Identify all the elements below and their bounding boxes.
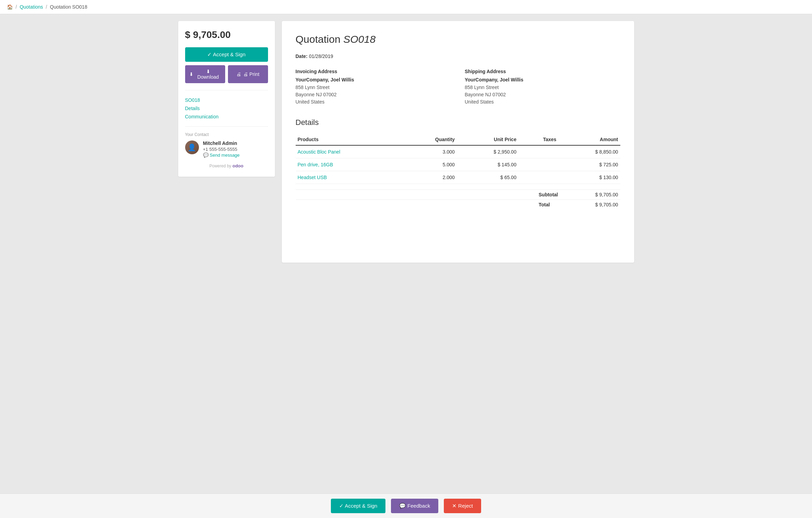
shipping-address-label: Shipping Address (465, 69, 620, 74)
print-icon: 🖨 (236, 71, 241, 77)
product-quantity: 5.000 (403, 158, 457, 171)
invoicing-street: 858 Lynn Street (296, 84, 451, 91)
product-quantity: 2.000 (403, 171, 457, 184)
odoo-logo: odoo (232, 163, 243, 168)
shipping-country: United States (465, 98, 620, 106)
invoicing-city: Bayonne NJ 07002 (296, 91, 451, 98)
shipping-city: Bayonne NJ 07002 (465, 91, 620, 98)
subtotal-row: Subtotal $ 9,705.00 (296, 189, 620, 199)
product-name[interactable]: Headset USB (296, 171, 403, 184)
products-table: Products Quantity Unit Price Taxes Amoun… (296, 134, 620, 184)
product-name[interactable]: Pen drive, 16GB (296, 158, 403, 171)
print-button[interactable]: 🖨 🖨 Print (228, 65, 268, 83)
breadcrumb-separator-1: / (16, 4, 17, 10)
table-row: Pen drive, 16GB 5.000 $ 145.00 $ 725.00 (296, 158, 620, 171)
product-amount: $ 130.00 (558, 171, 620, 184)
col-taxes: Taxes (518, 134, 558, 145)
col-quantity: Quantity (403, 134, 457, 145)
breadcrumb: 🏠 / Quotations / Quotation SO018 (0, 0, 812, 14)
home-icon[interactable]: 🏠 (7, 4, 13, 10)
bottom-feedback-button[interactable]: 💬 Feedback (391, 499, 438, 513)
content-area: Quotation SO018 Date: 01/28/2019 Invoici… (282, 21, 634, 263)
subtotal-value: $ 9,705.00 (580, 192, 618, 197)
sidebar-item-communication[interactable]: Communication (185, 113, 268, 121)
doc-date: Date: 01/28/2019 (296, 53, 620, 59)
shipping-company: YourCompany, Joel Willis (465, 77, 620, 82)
product-taxes (518, 145, 558, 158)
product-amount: $ 8,850.00 (558, 145, 620, 158)
product-amount: $ 725.00 (558, 158, 620, 171)
contact-name: Mitchell Admin (203, 140, 268, 146)
product-unit-price: $ 65.00 (457, 171, 519, 184)
table-row: Acoustic Bloc Panel 3.000 $ 2,950.00 $ 8… (296, 145, 620, 158)
quotation-title: Quotation SO018 (296, 33, 620, 45)
sidebar-item-details[interactable]: Details (185, 104, 268, 113)
addresses: Invoicing Address YourCompany, Joel Will… (296, 69, 620, 106)
invoicing-company: YourCompany, Joel Willis (296, 77, 451, 82)
print-label: 🖨 Print (243, 71, 259, 77)
invoicing-country: United States (296, 98, 451, 106)
total-value: $ 9,705.00 (580, 202, 618, 207)
sidebar-nav: SO018 Details Communication (185, 90, 268, 121)
total-label: Total (539, 202, 580, 207)
contact-label: Your Contact (185, 132, 268, 137)
bottom-accept-sign-button[interactable]: ✓ Accept & Sign (331, 499, 386, 513)
product-quantity: 3.000 (403, 145, 457, 158)
price-display: $ 9,705.00 (185, 29, 268, 40)
contact-phone: +1 555-555-5555 (203, 147, 268, 152)
download-button[interactable]: ⬇ ⬇ Download (185, 65, 225, 83)
invoicing-address: Invoicing Address YourCompany, Joel Will… (296, 69, 451, 106)
total-row: Total $ 9,705.00 (296, 199, 620, 209)
breadcrumb-separator-2: / (46, 4, 47, 10)
breadcrumb-quotations[interactable]: Quotations (20, 4, 43, 10)
powered-by: Powered by odoo (185, 163, 268, 168)
totals-section: Subtotal $ 9,705.00 Total $ 9,705.00 (296, 189, 620, 209)
invoicing-address-label: Invoicing Address (296, 69, 451, 74)
accept-sign-button[interactable]: ✓ Accept & Sign (185, 47, 268, 62)
download-label: ⬇ Download (195, 69, 221, 80)
bottom-reject-button[interactable]: ✕ Reject (444, 499, 481, 513)
subtotal-label: Subtotal (539, 192, 580, 197)
product-taxes (518, 171, 558, 184)
table-row: Headset USB 2.000 $ 65.00 $ 130.00 (296, 171, 620, 184)
bottom-action-bar: ✓ Accept & Sign 💬 Feedback ✕ Reject (0, 493, 812, 518)
product-taxes (518, 158, 558, 171)
contact-section: Your Contact 👤 Mitchell Admin +1 555-555… (185, 126, 268, 158)
sidebar-item-so018[interactable]: SO018 (185, 96, 268, 104)
breadcrumb-current: Quotation SO018 (50, 4, 87, 10)
shipping-street: 858 Lynn Street (465, 84, 620, 91)
product-unit-price: $ 145.00 (457, 158, 519, 171)
shipping-address: Shipping Address YourCompany, Joel Willi… (465, 69, 620, 106)
col-unit-price: Unit Price (457, 134, 519, 145)
product-unit-price: $ 2,950.00 (457, 145, 519, 158)
send-message-link[interactable]: 💬 Send message (203, 153, 268, 158)
avatar: 👤 (185, 140, 199, 154)
col-amount: Amount (558, 134, 620, 145)
details-title: Details (296, 118, 620, 127)
sidebar: $ 9,705.00 ✓ Accept & Sign ⬇ ⬇ Download … (178, 21, 275, 177)
download-icon: ⬇ (189, 71, 193, 77)
product-name[interactable]: Acoustic Bloc Panel (296, 145, 403, 158)
col-products: Products (296, 134, 403, 145)
